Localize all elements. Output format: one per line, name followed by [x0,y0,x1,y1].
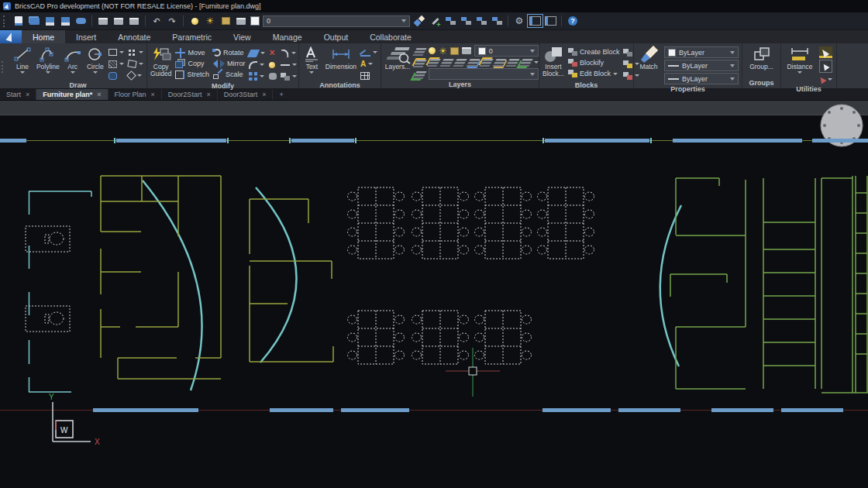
open-button[interactable] [28,15,40,27]
fillet-button[interactable] [249,61,257,69]
new-tab-button[interactable]: + [273,89,289,100]
doc-tab-door2start[interactable]: Door2Start× [162,89,218,100]
layer-color-swatch[interactable] [250,16,260,26]
layers-explorer-button[interactable]: Layers... [384,46,411,70]
linetype-dropdown[interactable]: ByLayer [664,60,739,71]
point-button[interactable] [128,49,136,56]
block-tool-3-button[interactable] [623,72,632,80]
close-icon[interactable]: × [97,91,101,98]
view-tool-4-button[interactable] [491,15,503,27]
polygon-button[interactable] [126,70,136,81]
stretch-button[interactable]: Stretch [175,70,209,79]
undo-button[interactable]: ↶ [150,15,163,27]
close-icon[interactable]: × [151,91,155,98]
tab-home[interactable]: Home [22,30,65,43]
layer-on-button[interactable] [412,60,426,67]
tab-manage[interactable]: Manage [262,30,313,43]
layer-dropdown[interactable]: 0 [263,15,410,27]
blockify-button[interactable]: Blockify [568,58,620,67]
solid-button[interactable] [269,73,277,80]
rotate-button[interactable]: Rotate [213,48,246,57]
tab-view[interactable]: View [222,30,262,43]
plot-button[interactable] [128,15,140,27]
doc-tab-door3start[interactable]: Door3Start× [218,89,274,100]
line-button[interactable]: Line [12,46,33,74]
close-icon[interactable]: × [26,91,29,98]
layer-restore-button[interactable] [412,71,426,79]
layer-state-6-button[interactable] [492,59,506,67]
layer-on-button[interactable] [188,15,201,27]
insert-block-button[interactable]: Insert Block... [542,46,564,77]
redo-button[interactable]: ↷ [166,15,178,27]
new-document-button[interactable] [12,15,25,27]
id-point-button[interactable] [819,74,832,84]
doc-tab-furniture-plan[interactable]: Furniture plan*× [36,89,108,100]
boundary-button[interactable] [127,60,136,68]
select-tool-button[interactable] [819,46,832,58]
save-as-button[interactable] [59,15,71,27]
hatch-button[interactable] [108,60,117,68]
lock-icon[interactable] [450,47,459,55]
lengthen-button[interactable] [281,64,290,66]
view-tool-1-button[interactable] [444,15,456,27]
region-button[interactable] [108,72,117,80]
printer-icon[interactable] [462,47,471,54]
layer-new-button[interactable] [412,48,426,56]
distance-button[interactable]: Distance [784,46,815,74]
explode-button[interactable] [281,73,290,81]
layer-state-5-button[interactable] [479,59,493,67]
print-preview-button[interactable] [112,15,125,27]
match-properties-button[interactable]: Match [637,46,660,70]
drawing-explorer-button[interactable] [544,15,556,27]
circle-button[interactable]: Circle [86,46,105,74]
chamfer-button[interactable] [281,49,289,57]
trim-button[interactable] [247,50,260,57]
create-block-button[interactable]: Create Block [568,47,620,57]
block-tool-1-button[interactable] [623,49,632,57]
cloud-share-button[interactable] [74,15,87,27]
leader-button[interactable] [360,48,370,57]
table-button[interactable] [360,72,370,80]
text-style-button[interactable]: A [360,60,366,68]
quick-select-button[interactable] [819,60,832,73]
layer-state-1-button[interactable] [426,59,440,67]
drawing-viewport[interactable]: Y X W [0,100,868,488]
layer-state-2-button[interactable] [439,59,453,67]
current-layer-dropdown[interactable]: 0 [474,45,539,57]
layer-freeze-button[interactable]: ☀ [204,15,216,27]
save-button[interactable] [43,15,56,27]
block-tool-2-button[interactable] [623,60,632,68]
tab-collaborate[interactable]: Collaborate [359,30,422,43]
mirror-button[interactable]: Mirror [213,59,246,68]
array-button[interactable] [249,72,257,81]
arc-button[interactable]: Arc [64,46,82,74]
polyline-button[interactable]: Polyline [36,46,60,74]
tab-parametric[interactable]: Parametric [161,30,222,43]
lightbulb-icon[interactable] [429,47,436,54]
panels-toggle-button[interactable] [529,15,541,27]
toolbar-grip[interactable] [3,15,8,27]
sphere-button[interactable] [269,62,275,68]
text-button[interactable]: Text [302,46,322,74]
edit-entity-button[interactable] [429,15,441,27]
color-dropdown[interactable]: ByLayer [664,46,739,58]
doc-tab-start[interactable]: Start× [0,89,36,100]
tab-annotate[interactable]: Annotate [107,30,161,43]
print-button[interactable] [97,15,109,27]
move-button[interactable]: Move [175,48,209,57]
tab-insert[interactable]: Insert [65,30,107,43]
help-button[interactable]: ? [567,15,579,27]
view-tool-3-button[interactable] [475,15,487,27]
layer-state-7-button[interactable] [505,59,519,67]
sun-icon[interactable]: ☀ [439,46,447,56]
settings-button[interactable]: ⚙ [513,15,525,27]
copy-guided-button[interactable]: Copy Guided [150,46,171,77]
match-properties-button[interactable] [413,15,425,27]
lineweight-dropdown[interactable]: ByLayer [664,73,739,84]
layer-state-dropdown[interactable] [429,68,539,80]
close-icon[interactable]: × [206,91,210,98]
layer-lock-button[interactable] [219,15,232,27]
group-button[interactable]: Group... [746,46,777,70]
doc-tab-floor-plan[interactable]: Floor Plan× [108,89,162,100]
erase-button[interactable]: × [269,49,274,57]
